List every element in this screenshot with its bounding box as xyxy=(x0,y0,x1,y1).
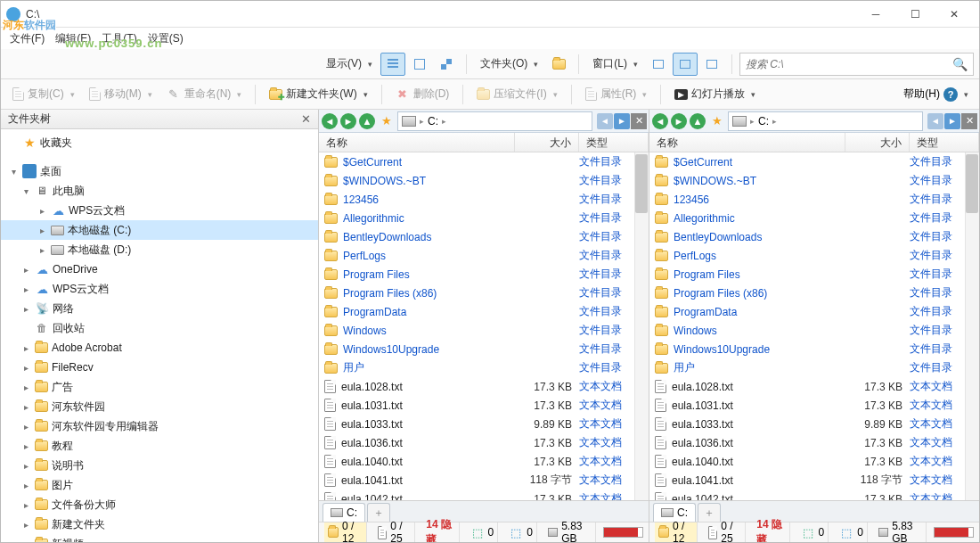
view-details-button[interactable] xyxy=(380,53,405,76)
list-item[interactable]: eula.1040.txt17.3 KB文本文档 xyxy=(649,452,979,471)
list-item[interactable]: Windows10Upgrade文件目录 xyxy=(319,340,649,358)
folder-tree-button[interactable] xyxy=(546,53,571,76)
tree-thispc[interactable]: ▾🖥此电脑 xyxy=(1,181,318,201)
view-dropdown[interactable]: 显示(V)▾ xyxy=(320,53,379,76)
scrollbar-thumb[interactable] xyxy=(966,154,978,213)
list-item[interactable]: eula.1028.txt17.3 KB文本文档 xyxy=(649,377,979,396)
tree-close-icon[interactable]: ✕ xyxy=(301,112,311,126)
pane-close-icon[interactable]: ✕ xyxy=(631,113,647,129)
tree-item[interactable]: ▸教程 xyxy=(1,436,318,456)
tree-network[interactable]: ▸📡网络 xyxy=(1,299,318,318)
list-item[interactable]: eula.1040.txt17.3 KB文本文档 xyxy=(319,452,649,471)
list-item[interactable]: Windows文件目录 xyxy=(319,321,649,340)
list-item[interactable]: Program Files (x86)文件目录 xyxy=(649,284,979,302)
list-item[interactable]: Program Files文件目录 xyxy=(649,265,979,284)
list-item[interactable]: BentleyDownloads文件目录 xyxy=(649,227,979,246)
nav-fwd-icon[interactable]: ► xyxy=(671,113,687,129)
tree-body[interactable]: ★收藏夹 ▾桌面 ▾🖥此电脑 ▸☁WPS云文档 ▸本地磁盘 (C:) ▸本地磁盘… xyxy=(1,129,318,542)
list-item[interactable]: eula.1033.txt9.89 KB文本文档 xyxy=(319,415,649,433)
tree-desktop[interactable]: ▾桌面 xyxy=(1,161,318,181)
list-item[interactable]: eula.1041.txt118 字节文本文档 xyxy=(649,471,979,490)
properties-button[interactable]: 属性(R)▾ xyxy=(579,83,654,106)
list-item[interactable]: eula.1028.txt17.3 KB文本文档 xyxy=(319,377,649,396)
list-item[interactable]: eula.1042.txt17.3 KB文本文档 xyxy=(649,490,979,500)
breadcrumb[interactable]: ▸ C: ▸ xyxy=(397,111,592,131)
list-item[interactable]: 用户文件目录 xyxy=(319,358,649,377)
column-header[interactable]: 名称 大小 类型 xyxy=(319,133,649,152)
tree-favorites[interactable]: ★收藏夹 xyxy=(1,133,318,152)
view-tiles-button[interactable] xyxy=(434,53,459,76)
compress-button[interactable]: 压缩文件(I)▾ xyxy=(470,83,563,106)
tab-drive-c[interactable]: C: xyxy=(653,503,696,522)
tree-drive-d[interactable]: ▸本地磁盘 (D:) xyxy=(1,240,318,259)
maximize-button[interactable]: ☐ xyxy=(895,2,935,27)
list-item[interactable]: 123456文件目录 xyxy=(319,190,649,209)
scrollbar-thumb[interactable] xyxy=(635,154,648,213)
list-item[interactable]: ProgramData文件目录 xyxy=(649,302,979,321)
minimize-button[interactable]: ─ xyxy=(856,2,895,27)
tree-item[interactable]: ▸文件备份大师 xyxy=(1,495,318,514)
column-header[interactable]: 名称 大小 类型 xyxy=(649,133,979,152)
list-item[interactable]: eula.1042.txt17.3 KB文本文档 xyxy=(319,490,649,500)
tree-wpscloud2[interactable]: ▸☁WPS云文档 xyxy=(1,279,318,299)
list-item[interactable]: Allegorithmic文件目录 xyxy=(649,209,979,227)
list-item[interactable]: eula.1036.txt17.3 KB文本文档 xyxy=(319,433,649,452)
history-next-icon[interactable]: ► xyxy=(944,113,960,129)
search-box[interactable]: 🔍 xyxy=(739,53,974,76)
tree-onedrive[interactable]: ▸☁OneDrive xyxy=(1,259,318,279)
list-item[interactable]: ProgramData文件目录 xyxy=(319,302,649,321)
list-item[interactable]: 用户文件目录 xyxy=(649,358,979,377)
tree-item[interactable]: ▸广告 xyxy=(1,377,318,397)
tree-recycle[interactable]: 🗑回收站 xyxy=(1,318,318,338)
copy-button[interactable]: 复制(C)▾ xyxy=(6,83,81,106)
tree-item[interactable]: ▸新建文件夹 xyxy=(1,514,318,534)
rename-button[interactable]: ✎重命名(N)▾ xyxy=(160,83,249,106)
history-prev-icon[interactable]: ◄ xyxy=(597,113,613,129)
list-item[interactable]: Program Files文件目录 xyxy=(319,265,649,284)
tree-item[interactable]: ▸说明书 xyxy=(1,456,318,475)
list-item[interactable]: BentleyDownloads文件目录 xyxy=(319,227,649,246)
slideshow-button[interactable]: ▶幻灯片播放▾ xyxy=(668,83,762,106)
windows-dropdown[interactable]: 窗口(L)▾ xyxy=(586,53,644,76)
nav-fwd-icon[interactable]: ► xyxy=(340,113,356,129)
tree-item[interactable]: ▸Adobe Acrobat xyxy=(1,338,318,358)
list-item[interactable]: Windows文件目录 xyxy=(649,321,979,340)
menu-file[interactable]: 文件(F) xyxy=(4,29,50,48)
col-type[interactable]: 类型 xyxy=(579,133,649,152)
list-item[interactable]: $GetCurrent文件目录 xyxy=(319,152,649,171)
new-folder-button[interactable]: 新建文件夹(W)▾ xyxy=(263,83,373,106)
list-item[interactable]: 123456文件目录 xyxy=(649,190,979,209)
layout-single-button[interactable] xyxy=(646,53,671,76)
list-item[interactable]: $GetCurrent文件目录 xyxy=(649,152,979,171)
list-item[interactable]: PerfLogs文件目录 xyxy=(319,246,649,265)
file-list[interactable]: $GetCurrent文件目录$WINDOWS.~BT文件目录123456文件目… xyxy=(319,152,649,500)
layout-stacked-button[interactable] xyxy=(699,53,724,76)
folders-dropdown[interactable]: 文件夹(O)▾ xyxy=(474,53,544,76)
nav-fav-icon[interactable]: ★ xyxy=(707,111,727,131)
tab-add[interactable]: ＋ xyxy=(367,503,390,522)
help-icon[interactable]: ? xyxy=(943,87,958,102)
tree-wpscloud[interactable]: ▸☁WPS云文档 xyxy=(1,201,318,220)
list-item[interactable]: eula.1041.txt118 字节文本文档 xyxy=(319,471,649,490)
menu-settings[interactable]: 设置(S) xyxy=(143,29,189,48)
list-item[interactable]: Windows10Upgrade文件目录 xyxy=(649,340,979,358)
search-icon[interactable]: 🔍 xyxy=(952,57,968,71)
tab-add[interactable]: ＋ xyxy=(698,503,721,522)
pane-close-icon[interactable]: ✕ xyxy=(961,113,977,129)
list-item[interactable]: eula.1033.txt9.89 KB文本文档 xyxy=(649,415,979,433)
nav-back-icon[interactable]: ◄ xyxy=(322,113,338,129)
delete-button[interactable]: ✖删除(D) xyxy=(389,83,456,106)
tree-item[interactable]: ▸河东软件园专用编辑器 xyxy=(1,416,318,436)
nav-up-icon[interactable]: ▲ xyxy=(359,113,375,129)
tree-item[interactable]: ▸新视频 xyxy=(1,534,318,542)
menu-tools[interactable]: 工具(T) xyxy=(96,29,142,48)
breadcrumb-drive[interactable]: C: xyxy=(428,115,438,128)
list-item[interactable]: eula.1031.txt17.3 KB文本文档 xyxy=(319,396,649,415)
nav-fav-icon[interactable]: ★ xyxy=(377,111,396,131)
move-button[interactable]: 移动(M)▾ xyxy=(83,83,159,106)
col-name[interactable]: 名称 xyxy=(649,133,845,152)
list-item[interactable]: Program Files (x86)文件目录 xyxy=(319,284,649,302)
history-prev-icon[interactable]: ◄ xyxy=(927,113,943,129)
list-item[interactable]: eula.1036.txt17.3 KB文本文档 xyxy=(649,433,979,452)
help-button[interactable]: 帮助(H) xyxy=(903,86,940,102)
